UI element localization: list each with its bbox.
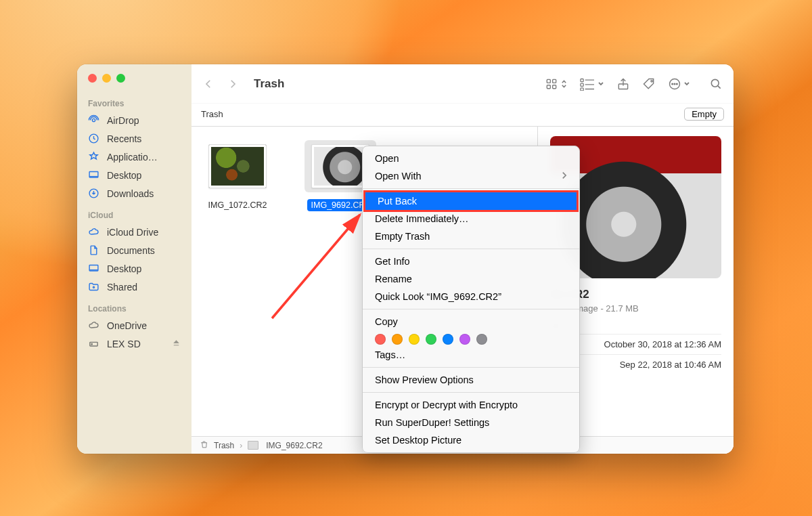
menu-item-open-with[interactable]: Open With (363, 167, 579, 185)
file-item[interactable]: IMG_1072.CR2 (198, 140, 277, 211)
sidebar: Favorites AirDrop Recents Applicatio… De… (77, 64, 191, 454)
sidebar-item-recents[interactable]: Recents (77, 129, 191, 148)
svg-rect-11 (553, 85, 556, 88)
desktop-icon (88, 169, 100, 181)
svg-rect-8 (547, 79, 550, 83)
menu-item-get-info[interactable]: Get Info (363, 253, 579, 270)
close-window-button[interactable] (88, 74, 97, 83)
sidebar-item-label: iCloud Drive (107, 227, 158, 238)
menu-item-put-back[interactable]: Put Back (365, 192, 577, 210)
menu-item-superduper[interactable]: Run SuperDuper! Settings (363, 414, 579, 431)
forward-button[interactable] (227, 78, 239, 90)
sidebar-item-label: Documents (107, 245, 155, 256)
trash-icon (200, 440, 208, 451)
tag-color-dot[interactable] (443, 334, 453, 345)
menu-item-quick-look[interactable]: Quick Look “IMG_9692.CR2” (363, 288, 579, 305)
menu-item-show-preview-options[interactable]: Show Preview Options (363, 371, 579, 389)
tag-color-dot[interactable] (476, 334, 487, 345)
eject-icon[interactable] (172, 339, 181, 349)
drive-icon (88, 338, 100, 349)
sidebar-item-airdrop[interactable]: AirDrop (77, 111, 191, 129)
sidebar-item-icloud-drive[interactable]: iCloud Drive (77, 223, 191, 241)
sidebar-item-desktop[interactable]: Desktop (77, 166, 191, 184)
sidebar-item-shared[interactable]: Shared (77, 278, 191, 296)
path-segment[interactable]: IMG_9692.CR2 (266, 441, 322, 450)
empty-trash-button[interactable]: Empty (684, 108, 724, 121)
sidebar-heading-icloud: iCloud (77, 202, 191, 223)
view-icons-button[interactable] (544, 77, 567, 91)
sidebar-heading-locations: Locations (77, 296, 191, 316)
share-button[interactable] (616, 77, 630, 91)
sidebar-item-lex-sd[interactable]: LEX SD (77, 335, 191, 353)
fullscreen-window-button[interactable] (116, 74, 125, 83)
menu-item-copy[interactable]: Copy (363, 313, 579, 330)
desktop-icon (88, 263, 100, 274)
sidebar-item-desktop-icloud[interactable]: Desktop (77, 259, 191, 278)
window-title: Trash (254, 77, 284, 91)
sidebar-item-label: Recents (107, 133, 141, 144)
sidebar-item-label: Applicatio… (107, 152, 158, 163)
file-name-label: IMG_1072.CR2 (204, 199, 271, 211)
chevron-right-icon (561, 171, 567, 181)
back-button[interactable] (202, 78, 215, 90)
sidebar-item-label: Desktop (107, 263, 141, 274)
downloads-icon (88, 188, 100, 199)
sidebar-item-label: Desktop (107, 170, 141, 181)
sidebar-item-applications[interactable]: Applicatio… (77, 148, 191, 166)
minimize-window-button[interactable] (102, 74, 111, 83)
menu-item-open[interactable]: Open (363, 150, 579, 167)
svg-point-18 (672, 83, 673, 85)
svg-rect-13 (581, 83, 583, 86)
window-controls (77, 74, 191, 91)
document-icon (88, 244, 100, 256)
menu-item-rename[interactable]: Rename (363, 270, 579, 288)
tag-color-row (363, 330, 579, 346)
svg-point-7 (91, 344, 92, 345)
chevron-right-icon: › (240, 441, 242, 450)
location-header: Trash Empty (191, 104, 734, 127)
image-file-icon (248, 441, 258, 450)
menu-item-empty-trash[interactable]: Empty Trash (363, 228, 579, 245)
tag-color-dot[interactable] (409, 334, 420, 345)
menu-item-delete-immediately[interactable]: Delete Immediately… (363, 210, 579, 228)
tag-color-dot[interactable] (392, 334, 403, 345)
svg-rect-9 (553, 79, 556, 83)
menu-item-encrypto[interactable]: Encrypt or Decrypt with Encrypto (363, 396, 579, 414)
tag-color-dot[interactable] (459, 334, 470, 345)
file-thumbnail (311, 144, 369, 188)
svg-point-21 (711, 79, 719, 87)
airdrop-icon (88, 114, 100, 126)
sidebar-heading-favorites: Favorites (77, 91, 191, 111)
svg-rect-14 (581, 87, 583, 90)
svg-point-16 (651, 80, 653, 82)
menu-item-set-desktop-picture[interactable]: Set Desktop Picture (363, 431, 579, 449)
svg-point-5 (93, 286, 94, 288)
applications-icon (88, 151, 100, 163)
sidebar-item-onedrive[interactable]: OneDrive (77, 316, 191, 335)
tag-color-dot[interactable] (426, 334, 436, 345)
sidebar-item-documents[interactable]: Documents (77, 241, 191, 259)
svg-point-20 (677, 83, 678, 85)
cloud-icon (88, 320, 100, 331)
location-title: Trash (201, 109, 223, 119)
svg-point-0 (92, 119, 95, 121)
tag-color-dot[interactable] (375, 334, 386, 345)
clock-icon (88, 133, 100, 144)
more-actions-button[interactable] (668, 77, 690, 91)
sidebar-item-downloads[interactable]: Downloads (77, 184, 191, 202)
menu-separator (363, 249, 579, 249)
svg-rect-10 (547, 85, 550, 88)
path-segment[interactable]: Trash (214, 441, 234, 450)
menu-separator (363, 367, 579, 368)
shared-folder-icon (88, 281, 100, 293)
context-menu: Open Open With Put Back Delete Immediate… (362, 146, 580, 453)
tags-button[interactable] (642, 77, 656, 91)
cloud-icon (88, 226, 100, 238)
menu-item-tags[interactable]: Tags… (363, 346, 579, 364)
search-button[interactable] (709, 77, 723, 91)
menu-separator (363, 392, 579, 393)
svg-rect-12 (581, 79, 583, 81)
menu-separator (363, 309, 579, 309)
group-by-button[interactable] (579, 77, 604, 91)
sidebar-item-label: LEX SD (107, 339, 141, 349)
